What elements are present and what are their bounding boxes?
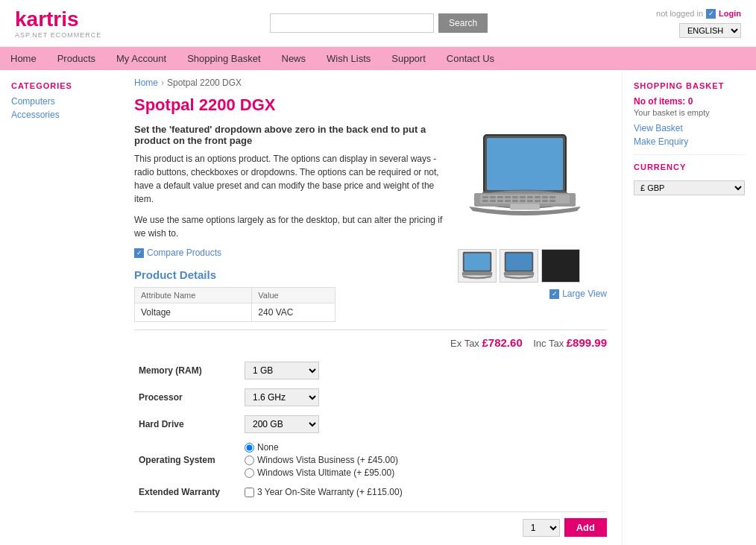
svg-rect-12 — [527, 196, 533, 198]
option-label-harddrive: Hard Drive — [136, 412, 240, 437]
sidebar-title: CATEGORIES — [11, 81, 108, 90]
option-label-os: Operating System — [136, 438, 240, 482]
language-select[interactable]: ENGLISH — [679, 23, 741, 38]
inc-tax-price: £899.99 — [567, 336, 607, 349]
svg-rect-10 — [512, 196, 518, 198]
nav-my-account[interactable]: My Account — [106, 47, 177, 70]
basket-empty-text: Your basket is empty — [634, 108, 745, 117]
main-content: Home › Spotpal 2200 DGX Spotpal 2200 DGX… — [119, 70, 622, 545]
add-to-cart-row: 1 2 3 Add — [134, 511, 607, 537]
ex-tax-label: Ex Tax — [450, 338, 479, 349]
right-sidebar: SHOPPING BASKET No of items: 0 Your bask… — [622, 70, 756, 545]
svg-rect-17 — [490, 200, 496, 202]
search-input[interactable] — [270, 13, 434, 33]
login-link[interactable]: Login — [719, 9, 741, 18]
make-enquiry-link[interactable]: Make Enquiry — [634, 136, 745, 147]
svg-rect-32 — [504, 272, 534, 276]
nav-shopping-basket[interactable]: Shopping Basket — [177, 47, 271, 70]
nav-wish-lists[interactable]: Wish Lists — [316, 47, 381, 70]
svg-rect-15 — [549, 196, 555, 198]
option-label-warranty: Extended Warranty — [136, 483, 240, 501]
os-radio-group: None Windows Vista Business (+ £45.00) W… — [245, 442, 602, 478]
product-image-area: Large View — [458, 124, 607, 322]
product-details-title: Product Details — [134, 268, 443, 281]
product-desc2: We use the same options largely as for t… — [134, 213, 443, 240]
os-radio-vista-ultimate[interactable]: Windows Vista Ultimate (+ £95.00) — [245, 467, 602, 478]
product-desc1: This product is an options product. The … — [134, 152, 443, 206]
currency-select[interactable]: £ GBP $ USD € EUR — [634, 180, 745, 195]
harddrive-select[interactable]: 200 GB 500 GB 1 TB — [245, 415, 319, 433]
option-row-processor: Processor 1.6 GHz 2.0 GHz 2.4 GHz — [136, 385, 605, 410]
main-nav: Home Products My Account Shopping Basket… — [0, 47, 756, 70]
add-to-cart-button[interactable]: Add — [564, 518, 607, 537]
large-view-check-icon — [549, 289, 559, 299]
thumbnail-1[interactable] — [458, 249, 497, 283]
sidebar-item-computers[interactable]: Computers — [11, 96, 108, 107]
login-status: not logged in — [656, 9, 703, 18]
breadcrumb-separator: › — [161, 78, 164, 88]
nav-contact-us[interactable]: Contact Us — [436, 47, 505, 70]
thumbnail-row — [458, 249, 607, 283]
search-button[interactable]: Search — [438, 13, 488, 33]
os-radio-vista-business[interactable]: Windows Vista Business (+ £45.00) — [245, 455, 602, 465]
thumbnail-3[interactable] — [541, 249, 580, 283]
items-label: No of items: — [634, 96, 685, 107]
os-radio-vista-ultimate-input[interactable] — [245, 468, 254, 478]
items-count: 0 — [688, 96, 693, 107]
svg-rect-22 — [527, 200, 533, 202]
product-details-table: Attribute Name Value Voltage 240 VAC — [134, 287, 336, 322]
compare-products-link[interactable]: Compare Products — [134, 248, 443, 258]
product-title: Spotpal 2200 DGX — [134, 95, 607, 115]
nav-home[interactable]: Home — [0, 47, 47, 70]
os-radio-none[interactable]: None — [245, 442, 602, 453]
view-basket-link[interactable]: View Basket — [634, 123, 745, 133]
table-header-value: Value — [252, 288, 336, 303]
processor-select[interactable]: 1.6 GHz 2.0 GHz 2.4 GHz — [245, 388, 319, 406]
svg-rect-1 — [487, 138, 563, 190]
svg-rect-24 — [542, 200, 548, 202]
nav-products[interactable]: Products — [47, 47, 106, 70]
os-radio-none-input[interactable] — [245, 443, 254, 453]
attr-name-voltage: Voltage — [135, 303, 252, 322]
nav-support[interactable]: Support — [381, 47, 436, 70]
basket-item-count: No of items: 0 — [634, 96, 745, 107]
svg-rect-6 — [482, 196, 488, 198]
svg-rect-8 — [497, 196, 503, 198]
os-radio-vista-business-input[interactable] — [245, 456, 254, 465]
quantity-select[interactable]: 1 2 3 — [523, 519, 560, 537]
svg-rect-28 — [464, 253, 491, 271]
currency-title: CURRENCY — [634, 163, 745, 171]
warranty-checkbox[interactable]: 3 Year On-Site Warranty (+ £115.00) — [245, 487, 602, 497]
compare-check-icon — [134, 248, 144, 258]
ex-tax-price: £782.60 — [482, 336, 523, 349]
svg-rect-20 — [512, 200, 518, 202]
table-row: Voltage 240 VAC — [135, 303, 336, 322]
large-view-label: Large View — [562, 289, 607, 299]
memory-select[interactable]: 1 GB 2 GB 4 GB — [245, 362, 319, 379]
svg-rect-21 — [520, 200, 526, 202]
svg-rect-29 — [462, 272, 492, 276]
sidebar-item-accessories[interactable]: Accessories — [11, 110, 108, 120]
option-label-memory: Memory (RAM) — [136, 358, 240, 383]
option-row-os: Operating System None Windows Vista Busi… — [136, 438, 605, 482]
logo-text: kartris — [15, 7, 101, 31]
product-main-image — [458, 124, 592, 243]
table-header-attr: Attribute Name — [135, 288, 252, 303]
breadcrumb-home[interactable]: Home — [134, 78, 158, 88]
svg-rect-14 — [542, 196, 548, 198]
logo-sub: ASP.NET ECOMMERCE — [15, 31, 101, 39]
svg-rect-23 — [535, 200, 541, 202]
svg-rect-25 — [549, 200, 555, 202]
breadcrumb-current: Spotpal 2200 DGX — [167, 78, 242, 88]
svg-rect-5 — [480, 195, 570, 204]
svg-rect-13 — [535, 196, 541, 198]
login-check-icon — [706, 9, 716, 19]
option-row-warranty: Extended Warranty 3 Year On-Site Warrant… — [136, 483, 605, 501]
warranty-checkbox-input[interactable] — [245, 488, 254, 497]
large-view-link[interactable]: Large View — [458, 289, 607, 299]
svg-rect-16 — [482, 200, 488, 202]
options-table: Memory (RAM) 1 GB 2 GB 4 GB Processor — [134, 356, 607, 503]
nav-news[interactable]: News — [271, 47, 317, 70]
thumbnail-2[interactable] — [500, 249, 538, 283]
svg-rect-31 — [506, 253, 532, 271]
